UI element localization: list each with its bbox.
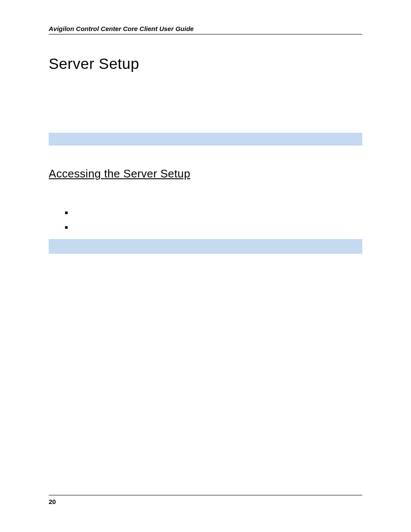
page-number: 20 [49,498,362,505]
list-item [65,224,362,229]
bullet-icon [65,226,68,229]
running-header: Avigilon Control Center Core Client User… [49,25,362,34]
list-item [65,210,362,214]
section-heading: Accessing the Server Setup [49,167,362,180]
bullet-list [49,210,362,229]
highlight-bar [49,133,362,146]
page-title: Server Setup [49,55,362,72]
bullet-icon [65,212,68,214]
highlight-bar [49,239,362,254]
page-footer: 20 [49,495,362,505]
